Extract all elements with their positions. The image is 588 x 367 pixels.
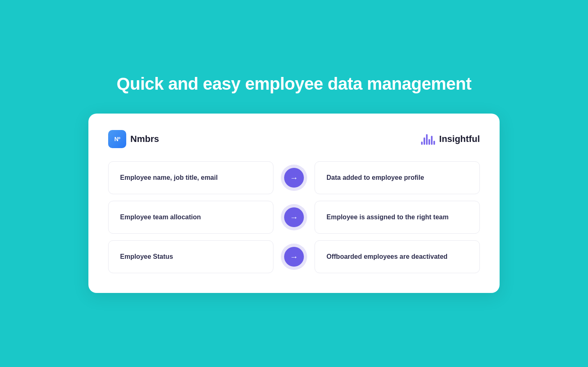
arrow-col-2: → [273, 204, 315, 230]
nmbrs-icon-text: Nº [114, 136, 120, 142]
insightful-bars-icon [421, 133, 435, 145]
arrow-inner-1: → [284, 168, 304, 188]
data-row-1: Employee name, job title, email → Data a… [108, 161, 480, 194]
arrow-outer-3: → [281, 244, 307, 270]
arrow-icon-2: → [290, 213, 298, 222]
left-box-1: Employee name, job title, email [108, 161, 273, 194]
nmbrs-logo: Nº Nmbrs [108, 130, 159, 148]
main-card: Nº Nmbrs Insightful Employee name, job t… [88, 114, 500, 293]
arrow-col-1: → [273, 165, 315, 191]
right-box-2-text: Employee is assigned to the right team [326, 214, 449, 221]
nmbrs-icon: Nº [108, 130, 126, 148]
left-box-2: Employee team allocation [108, 201, 273, 234]
arrow-icon-3: → [290, 252, 298, 262]
right-box-2: Employee is assigned to the right team [315, 201, 480, 234]
left-box-2-text: Employee team allocation [120, 214, 201, 221]
insightful-logo: Insightful [421, 133, 480, 145]
left-box-3: Employee Status [108, 240, 273, 273]
arrow-outer-2: → [281, 204, 307, 230]
arrow-icon-1: → [290, 173, 298, 183]
arrow-outer-1: → [281, 165, 307, 191]
nmbrs-label: Nmbrs [130, 134, 159, 144]
page-title: Quick and easy employee data management [117, 74, 472, 94]
insightful-label: Insightful [439, 134, 480, 144]
arrow-inner-2: → [284, 207, 304, 227]
right-box-3-text: Offboarded employees are deactivated [326, 253, 447, 260]
left-box-1-text: Employee name, job title, email [120, 174, 218, 181]
arrow-inner-3: → [284, 247, 304, 267]
logos-row: Nº Nmbrs Insightful [108, 130, 480, 148]
arrow-col-3: → [273, 244, 315, 270]
data-row-2: Employee team allocation → Employee is a… [108, 201, 480, 234]
right-box-1-text: Data added to employee profile [326, 174, 424, 181]
rows-container: Employee name, job title, email → Data a… [108, 161, 480, 273]
left-box-3-text: Employee Status [120, 253, 173, 260]
right-box-3: Offboarded employees are deactivated [315, 240, 480, 273]
right-box-1: Data added to employee profile [315, 161, 480, 194]
data-row-3: Employee Status → Offboarded employees a… [108, 240, 480, 273]
